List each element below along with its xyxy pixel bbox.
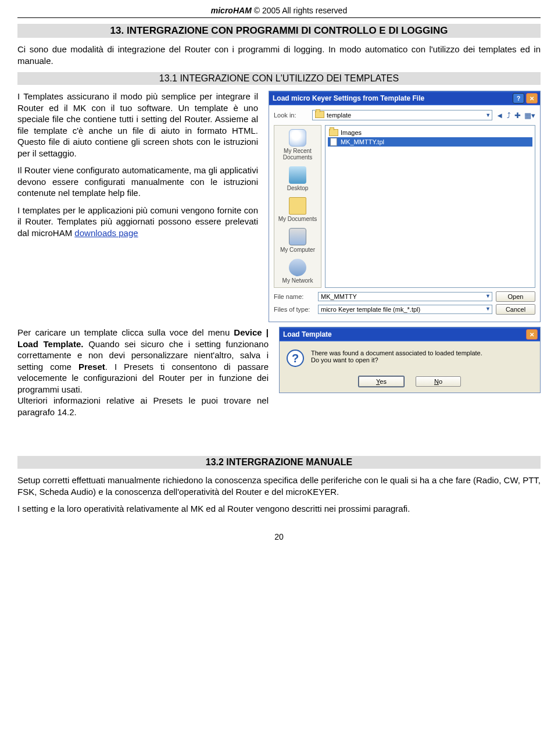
filename-label: File name: [274, 293, 314, 300]
place-desktop[interactable]: Desktop [274, 165, 321, 192]
filetype-dropdown[interactable]: micro Keyer template file (mk_*.tpl) ▼ [318, 305, 492, 314]
section-13-title: 13. INTERGRAZIONE CON PROGRAMMI DI CONTR… [17, 24, 541, 38]
brand-name: microHAM [211, 6, 252, 15]
para-manual-1: Setup corretti effettuati manualmente ri… [17, 475, 541, 497]
page-number: 20 [17, 532, 541, 541]
lookin-dropdown[interactable]: template ▼ [312, 110, 492, 120]
para-templates-3: I templates per le applicazioni più comu… [17, 205, 258, 239]
lookin-label: Look in: [274, 112, 309, 119]
msgbox-title: Load Template [283, 330, 332, 338]
para-load-template: Per caricare un template clicca sulla vo… [17, 327, 269, 418]
filename-input[interactable]: MK_MMTTY ▼ [318, 292, 492, 301]
downloads-link[interactable]: downloads page [74, 228, 138, 238]
back-icon[interactable]: ◄ [496, 111, 503, 120]
cancel-button[interactable]: Cancel [496, 304, 535, 315]
folder-icon [329, 129, 338, 137]
dialog-title: Load micro Keyer Settings from Template … [273, 94, 424, 102]
no-button[interactable]: No [416, 376, 461, 387]
place-mycomputer[interactable]: My Computer [274, 227, 321, 254]
place-recent[interactable]: My Recent Documents [274, 128, 321, 162]
msgbox-text: There was found a document associated to… [311, 350, 482, 363]
doc-header: microHAM © 2005 All rights reserved [17, 6, 541, 15]
file-icon [329, 138, 338, 146]
chevron-down-icon: ▼ [485, 112, 491, 118]
intro-paragraph: Ci sono due modalità di integrazione del… [17, 44, 541, 66]
load-template-msgbox: Load Template ✕ ? There was found a docu… [279, 327, 541, 393]
open-file-dialog: Load micro Keyer Settings from Template … [269, 91, 541, 322]
yes-button[interactable]: Yes [359, 376, 404, 387]
para-templates-1: I Templates assicurano il modo più sempl… [17, 91, 258, 159]
para-templates-2: Il Router viene configurato automaticame… [17, 165, 258, 199]
filetype-label: Files of type: [274, 306, 314, 313]
para-manual-2: I setting e la loro operatività relativa… [17, 503, 541, 515]
question-icon: ? [287, 350, 304, 367]
up-icon[interactable]: ⤴ [507, 111, 511, 120]
file-row-folder[interactable]: Images [328, 128, 532, 137]
close-button[interactable]: ✕ [526, 93, 538, 104]
open-button[interactable]: Open [496, 291, 535, 302]
file-list[interactable]: Images MK_MMTTY.tpl [325, 125, 535, 288]
new-folder-icon[interactable]: ✚ [514, 111, 521, 120]
folder-icon [315, 111, 324, 119]
section-13-2-title: 13.2 INTERGRAZIONE MANUALE [17, 456, 541, 469]
file-row-selected[interactable]: MK_MMTTY.tpl [328, 137, 532, 147]
views-icon[interactable]: ▦▾ [524, 111, 535, 120]
chevron-down-icon: ▼ [485, 306, 491, 312]
msgbox-titlebar: Load Template ✕ [280, 327, 540, 341]
dialog-titlebar: Load micro Keyer Settings from Template … [269, 91, 540, 105]
divider [17, 17, 541, 18]
copyright: © 2005 All rights reserved [254, 6, 348, 15]
chevron-down-icon: ▼ [485, 293, 491, 299]
place-mydocs[interactable]: My Documents [274, 196, 321, 223]
places-bar: My Recent Documents Desktop My Documents… [274, 125, 321, 288]
help-button[interactable]: ? [513, 93, 524, 104]
section-13-1-title: 13.1 INTEGRAZIONE CON L'UTILIZZO DEI TEM… [17, 72, 541, 85]
place-network[interactable]: My Network [274, 258, 321, 285]
close-button[interactable]: ✕ [526, 329, 538, 340]
